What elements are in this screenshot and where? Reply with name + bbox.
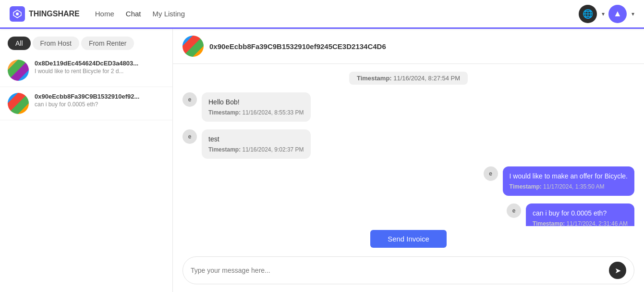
logo-svg — [12, 9, 22, 19]
message-row: e test Timestamp: 11/16/2024, 9:02:37 PM — [182, 129, 634, 159]
avatar — [8, 93, 29, 114]
conv-name: 0x90eEcbb8Fa39C9B1532910ef92... — [35, 93, 165, 100]
message-text: test — [208, 134, 304, 144]
message-avatar: e — [484, 166, 498, 181]
logo: THINGSHARE — [10, 6, 80, 22]
brand-name: THINGSHARE — [29, 10, 80, 18]
invoice-area: Send Invoice — [173, 226, 644, 252]
message-avatar: e — [182, 129, 197, 144]
message-bubble-sent: can i buy for 0.0005 eth? Timestamp: 11/… — [526, 203, 634, 226]
tab-from-renter[interactable]: From Renter — [81, 37, 134, 50]
system-bubble: Timestamp: 11/16/2024, 8:27:54 PM — [349, 72, 468, 85]
account-dropdown-arrow[interactable]: ▾ — [632, 11, 634, 17]
timestamp-value: 11/16/2024, 8:27:54 PM — [393, 75, 460, 82]
navbar-right: 🌐 ▾ ▲ ▾ — [579, 5, 634, 23]
sidebar-tabs: All From Host From Renter — [0, 29, 172, 50]
message-bubble: Hello Bob! Timestamp: 11/16/2024, 8:55:3… — [202, 92, 311, 122]
input-area: ➤ — [173, 252, 644, 292]
message-text: I would like to make an offer for Bicycl… — [510, 171, 628, 181]
navbar-left: THINGSHARE Home Chat My Listing — [10, 6, 185, 22]
timestamp-value: 11/16/2024, 8:55:33 PM — [242, 109, 304, 116]
conversation-list: 0x8De119dEc454624DcED3a4803... I would l… — [0, 50, 172, 292]
list-item[interactable]: 0x8De119dEc454624DcED3a4803... I would l… — [0, 54, 172, 87]
message-input-row: ➤ — [182, 256, 634, 284]
send-message-button[interactable]: ➤ — [609, 262, 626, 279]
conv-info: 0x8De119dEc454624DcED3a4803... I would l… — [35, 60, 165, 75]
send-icon: ➤ — [615, 266, 621, 275]
timestamp-value: 11/17/2024, 1:35:50 AM — [543, 183, 604, 190]
message-bubble: test Timestamp: 11/16/2024, 9:02:37 PM — [202, 129, 311, 159]
messages-area: Timestamp: 11/16/2024, 8:27:54 PM e Hell… — [173, 64, 644, 226]
main-layout: All From Host From Renter 0x8De119dEc454… — [0, 29, 644, 292]
nav-home[interactable]: Home — [95, 10, 114, 18]
user-dropdown-arrow[interactable]: ▾ — [602, 11, 605, 17]
nav-chat[interactable]: Chat — [126, 10, 141, 18]
conv-name: 0x8De119dEc454624DcED3a4803... — [35, 60, 165, 67]
svg-point-1 — [16, 13, 19, 15]
message-bubble-sent: I would like to make an offer for Bicycl… — [503, 166, 634, 196]
chat-header-title: 0x90eEcbb8Fa39C9B1532910ef9245CE3D2134C4… — [209, 42, 386, 51]
message-input[interactable] — [191, 267, 604, 274]
message-row: can i buy for 0.0005 eth? Timestamp: 11/… — [182, 203, 634, 226]
timestamp-value: 11/16/2024, 9:02:37 PM — [242, 146, 304, 153]
message-text: can i buy for 0.0005 eth? — [533, 208, 628, 218]
conv-preview: I would like to rent Bicycle for 2 d... — [35, 68, 165, 75]
logo-icon — [10, 6, 25, 22]
timestamp-label: Timestamp: — [208, 146, 241, 153]
timestamp-line: Timestamp: 11/17/2024, 1:35:50 AM — [510, 182, 628, 191]
timestamp-line: Timestamp: 11/16/2024, 9:02:37 PM — [208, 145, 304, 154]
navbar: THINGSHARE Home Chat My Listing 🌐 ▾ ▲ ▾ — [0, 0, 644, 29]
timestamp-label: Timestamp: — [357, 75, 392, 82]
send-invoice-button[interactable]: Send Invoice — [370, 230, 447, 248]
system-message: Timestamp: 11/16/2024, 8:27:54 PM — [182, 72, 634, 85]
list-item[interactable]: 0x90eEcbb8Fa39C9B1532910ef92... can i bu… — [0, 87, 172, 120]
timestamp-line: Timestamp: 11/17/2024, 2:31:46 AM — [533, 219, 628, 226]
message-text: Hello Bob! — [208, 97, 304, 107]
tab-from-host[interactable]: From Host — [33, 37, 79, 50]
message-row: e Hello Bob! Timestamp: 11/16/2024, 8:55… — [182, 92, 634, 122]
user-avatar-colored[interactable]: ▲ — [608, 5, 627, 23]
message-row: I would like to make an offer for Bicycl… — [182, 166, 634, 196]
sidebar: All From Host From Renter 0x8De119dEc454… — [0, 29, 173, 292]
chat-area: 0x90eEcbb8Fa39C9B1532910ef9245CE3D2134C4… — [173, 29, 644, 292]
timestamp-label: Timestamp: — [533, 220, 565, 226]
avatar — [8, 60, 29, 81]
chat-header: 0x90eEcbb8Fa39C9B1532910ef9245CE3D2134C4… — [173, 29, 644, 64]
chat-header-avatar — [182, 36, 204, 57]
nav-links: Home Chat My Listing — [95, 10, 185, 18]
conv-preview: can i buy for 0.0005 eth? — [35, 101, 165, 108]
message-avatar: e — [182, 92, 197, 107]
message-avatar: e — [507, 203, 521, 218]
timestamp-label: Timestamp: — [510, 183, 542, 190]
conv-info: 0x90eEcbb8Fa39C9B1532910ef92... can i bu… — [35, 93, 165, 108]
nav-my-listing[interactable]: My Listing — [152, 10, 185, 18]
timestamp-value: 11/17/2024, 2:31:46 AM — [567, 220, 628, 226]
timestamp-line: Timestamp: 11/16/2024, 8:55:33 PM — [208, 108, 304, 117]
tab-all[interactable]: All — [8, 37, 31, 50]
user-avatar-dark[interactable]: 🌐 — [579, 5, 597, 23]
timestamp-label: Timestamp: — [208, 109, 241, 116]
